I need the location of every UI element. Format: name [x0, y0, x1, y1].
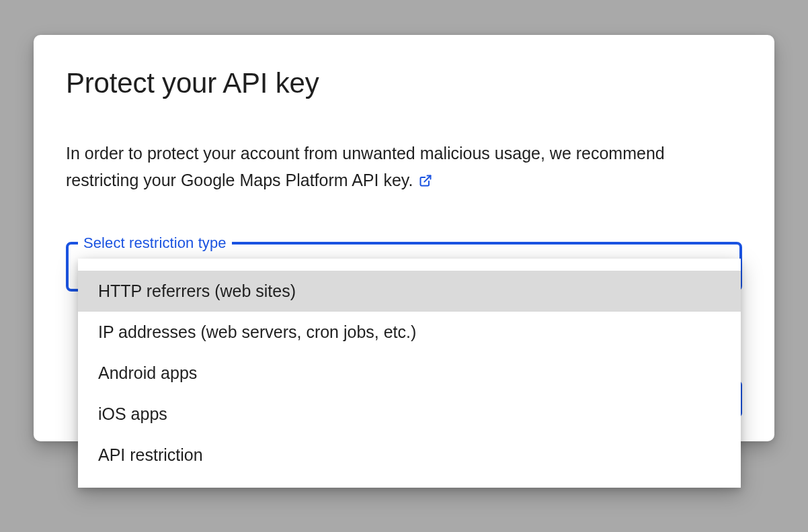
dialog-body: In order to protect your account from un…: [66, 140, 742, 195]
dialog-body-text: In order to protect your account from un…: [66, 144, 665, 189]
restriction-type-select-label: Select restriction type: [78, 234, 232, 252]
dropdown-option-api-restriction[interactable]: API restriction: [78, 435, 741, 476]
dropdown-option-http-referrers[interactable]: HTTP referrers (web sites): [78, 271, 741, 312]
dialog-title: Protect your API key: [66, 67, 742, 99]
dropdown-option-ip-addresses[interactable]: IP addresses (web servers, cron jobs, et…: [78, 312, 741, 353]
external-link-icon[interactable]: [419, 168, 432, 195]
svg-line-0: [425, 176, 431, 182]
restriction-type-dropdown: HTTP referrers (web sites) IP addresses …: [78, 259, 741, 488]
dropdown-option-android-apps[interactable]: Android apps: [78, 353, 741, 394]
dropdown-option-ios-apps[interactable]: iOS apps: [78, 394, 741, 435]
